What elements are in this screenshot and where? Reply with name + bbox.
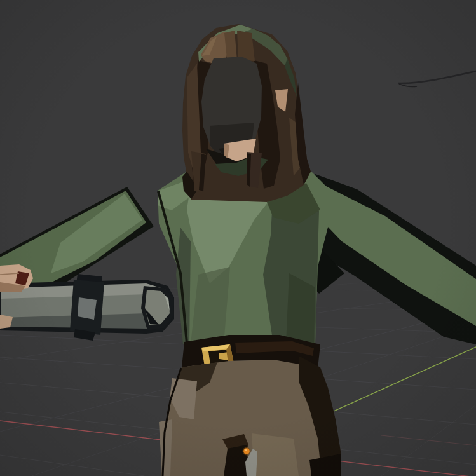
3d-viewport[interactable]: [0, 0, 476, 476]
viewport-canvas: [0, 0, 476, 476]
vignette-overlay: [0, 0, 476, 476]
